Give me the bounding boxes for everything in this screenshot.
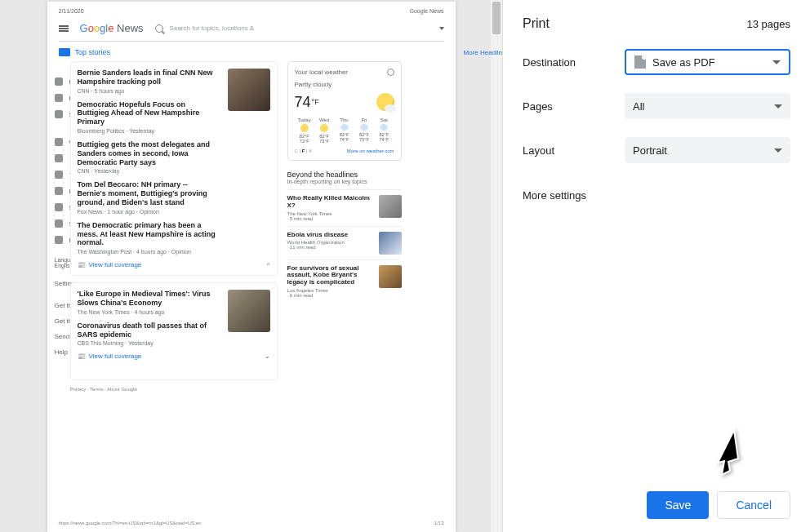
destination-label: Destination — [523, 56, 625, 69]
article-thumbnail — [228, 290, 270, 332]
layout-label: Layout — [523, 144, 625, 157]
layout-select[interactable]: Portrait — [625, 137, 790, 163]
sun-icon — [376, 93, 394, 111]
story-card-2: 'Like Europe in Medieval Times': Virus S… — [70, 282, 278, 380]
more-settings-toggle[interactable]: More settings — [523, 181, 790, 210]
page-count: 13 pages — [747, 18, 791, 30]
view-full-coverage: 📰 View full coverage⌄ — [78, 352, 270, 360]
search-dropdown-icon — [439, 27, 444, 30]
print-settings-panel: Print 13 pages Destination Save as PDF P… — [502, 0, 810, 532]
pages-select[interactable]: All — [625, 93, 790, 119]
annotation-cursor-arrow — [705, 426, 746, 483]
chevron-down-icon — [774, 104, 782, 109]
top-stories-label: Top stories — [75, 48, 111, 56]
preview-title: Google News — [409, 8, 443, 14]
top-stories-icon — [59, 48, 70, 56]
view-full-coverage: 📰 View full coverage^ — [78, 261, 270, 268]
scrollbar-thumb[interactable] — [492, 2, 501, 34]
print-preview-area: 2/11/2020 Google News Google News Search… — [0, 0, 502, 532]
preview-page-number: 1/13 — [434, 521, 444, 525]
search-placeholder: Search for topics, locations & — [170, 24, 255, 32]
story-card-1: Bernie Sanders leads in final CNN New Ha… — [70, 61, 278, 276]
cancel-button[interactable]: Cancel — [717, 491, 790, 519]
article-thumbnail — [228, 69, 270, 111]
search-icon — [155, 24, 163, 33]
preview-page: 2/11/2020 Google News Google News Search… — [47, 2, 456, 532]
chevron-down-icon — [772, 60, 781, 64]
destination-value: Save as PDF — [652, 56, 715, 69]
privacy-footer: Privacy · Terms · About Google — [70, 387, 278, 392]
layout-value: Portrait — [633, 144, 667, 157]
weather-card: Your local weather Partly cloudy 74°F To… — [287, 61, 402, 161]
preview-url: https://news.google.com/?hl=en-US&tab=rn… — [59, 521, 202, 525]
pages-label: Pages — [523, 100, 625, 113]
preview-date: 2/11/2020 — [59, 8, 84, 14]
save-button[interactable]: Save — [647, 491, 709, 519]
beyond-headlines-title: Beyond the headlines — [287, 171, 402, 179]
preview-scrollbar[interactable] — [491, 0, 502, 532]
pages-value: All — [633, 100, 644, 113]
destination-select[interactable]: Save as PDF — [625, 49, 790, 75]
chevron-down-icon — [774, 149, 782, 153]
print-title: Print — [523, 16, 550, 31]
gear-icon — [387, 69, 394, 76]
search-box: Search for topics, locations & — [155, 24, 444, 33]
pdf-icon — [634, 55, 646, 69]
menu-icon — [59, 24, 69, 33]
google-news-logo: Google News — [80, 22, 144, 34]
